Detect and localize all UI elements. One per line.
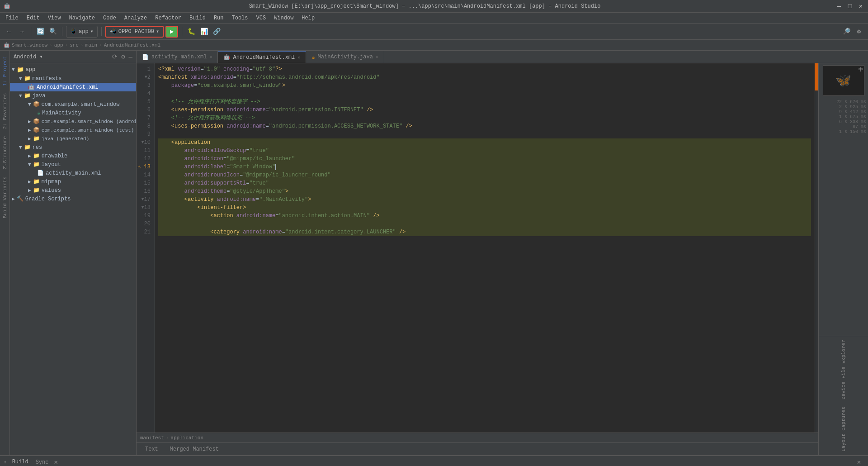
device-name: OPPO PACT00 [118, 29, 154, 35]
tree-androidmanifest[interactable]: 🤖 AndroidManifest.xml [10, 83, 136, 91]
tree-package-androidtest[interactable]: ▶ 📦 com.example.smart_window (androidTes… [10, 117, 136, 126]
folder-icon: ▶ [28, 136, 31, 142]
search-button[interactable]: 🔎 [841, 26, 852, 37]
app-icon: 📱 [70, 28, 77, 35]
sync-icon[interactable]: ⟳ [112, 53, 118, 61]
tree-package-main[interactable]: ▼ 📦 com.example.smart_window [10, 100, 136, 109]
manifest-icon: 🤖 [223, 54, 230, 61]
tab-close-main[interactable]: ✕ [376, 54, 378, 60]
code-content[interactable]: <?xml version = "1.0" encoding = "utf-8"… [155, 63, 815, 433]
code-line-7: <!-- 允许程序获取网络状态 --> [158, 114, 811, 122]
code-editor[interactable]: 1 ▼2 3 4 5 6 7 8 9 ▼10 1 [137, 63, 818, 433]
line-5: 5 [137, 98, 154, 106]
tree-package-test[interactable]: ▶ 📦 com.example.smart_window (test) [10, 126, 136, 134]
menu-vcs[interactable]: VCS [253, 14, 270, 22]
menu-edit[interactable]: Edit [23, 14, 43, 22]
tree-activity-main-xml[interactable]: 📄 activity_main.xml [10, 169, 136, 177]
tree-res[interactable]: ▼ 📁 res [10, 143, 136, 152]
menu-tools[interactable]: Tools [228, 14, 252, 22]
tree-mainactivity[interactable]: ☕ MainActivity [10, 109, 136, 117]
project-tab[interactable]: 1: Project [0, 52, 9, 90]
fold-icon-18[interactable]: ▼ [142, 204, 144, 212]
debug-button[interactable]: 🐛 [186, 26, 197, 37]
close-button[interactable]: ✕ [857, 3, 864, 10]
sync-tab[interactable]: Sync [34, 458, 51, 466]
fold-icon-10[interactable]: ▼ [142, 138, 144, 147]
code-line-11: android:allowBackup = "true" [158, 147, 811, 155]
toolbar-separator-4 [182, 27, 182, 36]
device-dropdown-arrow: ▾ [156, 28, 159, 35]
tree-app[interactable]: ▼ 📁 app [10, 65, 136, 74]
tree-layout[interactable]: ▼ 📁 layout [10, 160, 136, 169]
fold-icon-2[interactable]: ▼ [145, 73, 147, 81]
tree-mipmap[interactable]: ▶ 📁 mipmap [10, 177, 136, 186]
merged-manifest-tab[interactable]: Merged Manifest [165, 445, 224, 454]
tree-values[interactable]: ▶ 📁 values [10, 186, 136, 195]
breadcrumb: 🤖 Smart_window › app › src › main › Andr… [0, 40, 868, 51]
breadcrumb-manifest[interactable]: AndroidManifest.xml [104, 43, 160, 48]
scrollbar-right[interactable] [815, 63, 818, 433]
back-button[interactable]: ← [4, 26, 14, 37]
search-everywhere[interactable]: 🔍 [47, 26, 58, 37]
menu-code[interactable]: Code [99, 14, 120, 22]
structure-tab[interactable]: Z-Structure [0, 133, 9, 173]
dropdown-arrow: ▾ [90, 28, 94, 35]
menu-analyze[interactable]: Analyze [121, 14, 151, 22]
tree-manifests[interactable]: ▼ 📁 manifests [10, 74, 136, 83]
window-title: Smart_Window [E:\prj\app_project\Smart_w… [14, 3, 835, 10]
code-line-16: android:theme = "@style/AppTheme" > [158, 187, 811, 195]
menu-build[interactable]: Build [186, 14, 209, 22]
favorites-tab[interactable]: 2: Favorites [0, 90, 9, 133]
text-tab[interactable]: Text [140, 445, 163, 454]
settings-button[interactable]: ⚙ [854, 26, 864, 37]
breadcrumb-smartwindow[interactable]: Smart_window [12, 43, 47, 48]
tab-close-activity[interactable]: ✕ [209, 54, 212, 60]
sync-button[interactable]: 🔄 [35, 26, 46, 37]
maximize-button[interactable]: □ [846, 3, 854, 10]
menu-run[interactable]: Run [210, 14, 227, 22]
tab-bar: 📄 activity_main.xml ✕ 🤖 AndroidManifest.… [137, 51, 868, 63]
breadcrumb-main[interactable]: main [85, 43, 97, 48]
build-close-btn[interactable]: ✕ [854, 457, 864, 466]
collapse-icon[interactable]: — [129, 53, 132, 61]
config-icon[interactable]: ⚙ [121, 53, 125, 61]
build-panel-left-icons[interactable]: ⬆ [4, 459, 7, 465]
android-dropdown[interactable]: Android ▾ [14, 53, 43, 60]
device-selector[interactable]: 📲 OPPO PACT00 ▾ [105, 26, 164, 38]
line-4: 4 [137, 90, 154, 98]
menu-window[interactable]: Window [270, 14, 297, 22]
breadcrumb-manifest-part[interactable]: manifest [140, 435, 164, 441]
tree-gradle[interactable]: ▶ 🔨 Gradle Scripts [10, 195, 136, 203]
tab-close-manifest[interactable]: ✕ [297, 55, 300, 60]
menu-navigate[interactable]: Navigate [65, 14, 99, 22]
build-tab[interactable]: Build [10, 458, 30, 466]
breadcrumb-src[interactable]: src [70, 43, 79, 48]
sync-tab-close[interactable]: ✕ [54, 458, 57, 466]
build-variants-tab[interactable]: Build Variants [0, 173, 9, 222]
menu-refactor[interactable]: Refactor [151, 14, 185, 22]
tab-mainactivity[interactable]: ☕ MainActivity.java ✕ [306, 51, 384, 63]
fold-icon-17[interactable]: ▼ [142, 195, 144, 204]
code-line-15: android:supportsRtl = "true" [158, 179, 811, 187]
menu-view[interactable]: View [44, 14, 65, 22]
minimize-button[interactable]: — [835, 3, 843, 10]
tab-activity-main[interactable]: 📄 activity_main.xml ✕ [137, 51, 218, 63]
menu-help[interactable]: Help [298, 14, 318, 22]
breadcrumb-application-part[interactable]: application [170, 435, 203, 441]
device-file-explorer-tab[interactable]: Device File Explorer [839, 336, 848, 403]
tree-java[interactable]: ▼ 📁 java [10, 91, 136, 100]
tree-drawable[interactable]: ▶ 📁 drawable [10, 152, 136, 160]
tab-androidmanifest[interactable]: 🤖 AndroidManifest.xml ✕ [218, 51, 306, 63]
tree-java-generated[interactable]: ▶ 📁 java (generated) [10, 134, 136, 143]
attach-button[interactable]: 🔗 [211, 26, 222, 37]
layout-captures-tab[interactable]: Layout Captures [839, 403, 848, 455]
forward-button[interactable]: → [16, 26, 27, 37]
run-button[interactable]: ▶ [165, 26, 178, 38]
breadcrumb-app[interactable]: app [54, 43, 63, 48]
line-20: 20 [137, 220, 154, 228]
app-name: app [79, 29, 89, 35]
folder-icon: ▼ [19, 93, 22, 99]
menu-file[interactable]: File [2, 14, 22, 22]
profile-button[interactable]: 📊 [198, 26, 209, 37]
app-selector[interactable]: 📱 app ▾ [66, 26, 98, 38]
